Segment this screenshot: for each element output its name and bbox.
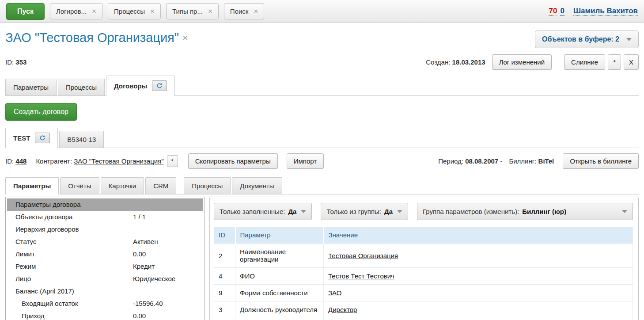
close-icon[interactable]: × xyxy=(150,9,155,14)
contract-id-link[interactable]: 448 xyxy=(15,157,27,165)
summary-label: Лицо xyxy=(15,274,133,283)
summary-row: Объекты договора 1 / 1 xyxy=(7,211,203,223)
filter-value: Да xyxy=(288,208,296,215)
summary-panel-header: Параметры договора xyxy=(7,198,203,211)
user-link[interactable]: Шамиль Вахитов xyxy=(573,7,638,16)
cell-id: 2 xyxy=(214,244,235,268)
table-row: 3 Должность руководителя Директор xyxy=(214,301,633,318)
alerts-counter[interactable]: 70 xyxy=(549,7,557,16)
summary-value: -15596.40 xyxy=(133,299,163,308)
refresh-button[interactable] xyxy=(152,80,167,91)
open-in-billing-button[interactable]: Открыть в биллинге xyxy=(563,153,639,169)
page-title: ЗАО "Тестовая Организация" xyxy=(5,30,179,45)
window-tab-label: Типы пр... xyxy=(172,8,203,15)
cell-param: Форма собственности xyxy=(235,285,324,301)
filter-only-group-dropdown[interactable]: Только из группы: Да xyxy=(321,203,408,220)
close-icon[interactable]: × xyxy=(182,32,188,44)
summary-label: Приход xyxy=(15,312,133,320)
star-button[interactable]: * xyxy=(608,54,621,70)
create-contract-button[interactable]: Создать договор xyxy=(5,103,77,121)
summary-value: 0.00 xyxy=(133,250,146,259)
messages-counter[interactable]: 0 xyxy=(560,7,564,16)
refresh-icon xyxy=(156,83,163,89)
refresh-button[interactable] xyxy=(35,133,50,143)
contragent-link[interactable]: ЗАО "Тестовая Организация" xyxy=(74,157,163,165)
import-button[interactable]: Импорт xyxy=(287,153,324,169)
tab-contracts[interactable]: Договоры xyxy=(106,76,175,96)
window-tab-types[interactable]: Типы пр... × xyxy=(166,3,219,19)
merge-button[interactable]: Слияние xyxy=(564,54,605,70)
summary-label: Объекты договора xyxy=(15,213,133,221)
topbar-right: 70 0 Шамиль Вахитов xyxy=(549,7,638,16)
table-row: 2 Наименование организации Тестовая Орга… xyxy=(214,244,633,268)
tab-label: B5340-13 xyxy=(67,136,96,143)
close-icon[interactable]: × xyxy=(92,9,96,14)
summary-row: Лицо Юридическое xyxy=(7,273,203,285)
tab-processes[interactable]: Процессы xyxy=(184,177,231,194)
start-button[interactable]: Пуск xyxy=(6,3,45,20)
filter-only-filled-dropdown[interactable]: Только заполненные: Да xyxy=(214,203,312,220)
buffer-dropdown[interactable]: Объектов в буфере: 2 xyxy=(535,30,639,48)
refresh-icon xyxy=(39,135,45,141)
period-label: Период: xyxy=(438,157,463,165)
tab-documents[interactable]: Документы xyxy=(232,177,282,194)
contract-tabs: TEST B5340-13 xyxy=(5,128,639,148)
change-log-button[interactable]: Лог изменений xyxy=(492,54,552,70)
contract-section-tabs: Параметры Отчёты Карточки CRM Процессы Д… xyxy=(5,177,639,194)
tab-reports[interactable]: Отчёты xyxy=(60,177,99,194)
summary-row: Баланс (April 2017) xyxy=(7,285,203,297)
tab-label: Параметры xyxy=(13,84,49,91)
cell-param: Должность руководителя (в лице) xyxy=(235,318,324,320)
table-header-row: ID Параметр Значение xyxy=(214,227,633,244)
tab-parameters[interactable]: Параметры xyxy=(5,177,59,194)
window-tab-processes[interactable]: Процессы × xyxy=(108,3,161,19)
cell-id: 9 xyxy=(214,285,235,301)
filter-value: Биллинг (юр) xyxy=(522,208,566,215)
close-icon[interactable]: × xyxy=(254,9,258,14)
summary-label: Баланс (April 2017) xyxy=(15,287,133,296)
summary-row: Входящий остаток -15596.40 xyxy=(7,297,203,310)
cell-id: 44 xyxy=(214,318,235,320)
tab-contract-test[interactable]: TEST xyxy=(5,128,58,148)
copy-parameters-button[interactable]: Скопировать параметры xyxy=(188,153,278,169)
contract-summary-panel: Параметры договора Объекты договора 1 / … xyxy=(5,197,205,320)
filter-label: Только из группы: xyxy=(326,208,381,215)
column-header-param: Параметр xyxy=(235,227,324,244)
close-icon[interactable]: × xyxy=(208,9,212,14)
tab-processes[interactable]: Процессы xyxy=(58,79,105,95)
cell-value-link[interactable]: Директор xyxy=(328,306,357,313)
table-row: 9 Форма собственности ЗАО xyxy=(214,285,633,301)
summary-value: Кредит xyxy=(133,262,155,271)
tab-cards[interactable]: Карточки xyxy=(101,177,144,194)
summary-value: Юридическое xyxy=(133,274,175,283)
window-tab-label: Поиск xyxy=(230,8,249,15)
tab-contract-b5340[interactable]: B5340-13 xyxy=(59,131,104,148)
tab-label: Отчёты xyxy=(68,182,91,190)
table-row: 4 ФИО Тестов Тест Тестович xyxy=(214,268,633,285)
filter-label: Только заполненные: xyxy=(220,208,285,215)
chevron-down-icon xyxy=(397,210,402,213)
meta-row: ID: 353 Создан: 18.03.2013 Лог изменений… xyxy=(5,54,639,70)
billing-value: BiTel xyxy=(538,157,554,165)
cell-value-link[interactable]: Тестов Тест Тестович xyxy=(328,272,394,280)
filters-row: Только заполненные: Да Только из группы:… xyxy=(214,203,633,220)
tab-label: Процессы xyxy=(66,84,97,91)
parameter-group-dropdown[interactable]: Группа параметров (изменить): Биллинг (ю… xyxy=(417,203,633,220)
window-tab-search[interactable]: Поиск × xyxy=(224,3,265,19)
cell-value-link[interactable]: ЗАО xyxy=(328,289,341,297)
window-tab-logging[interactable]: Логиров... × xyxy=(50,3,102,19)
created-value: 18.03.2013 xyxy=(452,58,485,66)
star-button[interactable]: * xyxy=(167,155,178,167)
tab-crm[interactable]: CRM xyxy=(145,177,176,194)
tab-label: TEST xyxy=(13,134,30,142)
table-row: 44 Должность руководителя (в лице) Дирек… xyxy=(214,318,633,320)
cell-value-link[interactable]: Тестовая Организация xyxy=(328,252,398,259)
chevron-down-icon xyxy=(622,210,627,213)
tab-parameters[interactable]: Параметры xyxy=(5,79,57,95)
title-row: ЗАО "Тестовая Организация" × Объектов в … xyxy=(5,30,639,48)
filter-value: Да xyxy=(384,208,393,215)
cell-param: Должность руководителя xyxy=(235,301,324,318)
close-entity-button[interactable]: X xyxy=(624,54,639,70)
buffer-dropdown-label: Объектов в буфере: 2 xyxy=(542,35,619,43)
tab-label: Документы xyxy=(240,182,274,190)
